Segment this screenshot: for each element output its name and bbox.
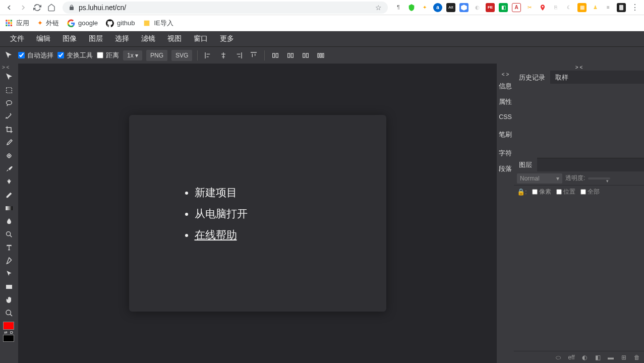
folder-icon[interactable]: ▬ bbox=[607, 353, 615, 361]
ext-icon[interactable] bbox=[407, 3, 416, 12]
open-from-computer-link[interactable]: 从电脑打开 bbox=[195, 207, 336, 221]
menu-select[interactable]: 选择 bbox=[109, 31, 135, 46]
new-project-link[interactable]: 新建项目 bbox=[195, 186, 336, 200]
marquee-tool[interactable] bbox=[2, 84, 16, 97]
delete-icon[interactable]: 🗑 bbox=[633, 353, 641, 361]
menu-layer[interactable]: 图层 bbox=[83, 31, 109, 46]
dodge-tool[interactable] bbox=[2, 228, 16, 241]
toolbox-collapse[interactable]: > < bbox=[0, 65, 18, 71]
side-tab-paragraph[interactable]: 段落 bbox=[497, 161, 514, 177]
ext-icon[interactable]: ◐ bbox=[473, 3, 482, 12]
home-button[interactable] bbox=[46, 3, 56, 13]
lock-pixel-checkbox[interactable]: 像素 bbox=[532, 188, 551, 196]
type-tool[interactable] bbox=[2, 241, 16, 254]
blur-tool[interactable] bbox=[2, 215, 16, 228]
ext-icon[interactable]: ✂ bbox=[525, 3, 534, 12]
wand-tool[interactable] bbox=[2, 110, 16, 123]
ext-icon[interactable]: ☾ bbox=[564, 3, 573, 12]
menu-button[interactable]: ⋮ bbox=[630, 3, 640, 13]
side-tab-character[interactable]: 字符 bbox=[497, 146, 514, 161]
rectangle-tool[interactable] bbox=[2, 280, 16, 293]
ext-icon[interactable] bbox=[459, 3, 469, 12]
bookmark-github[interactable]: github bbox=[106, 19, 135, 27]
zoom-tool[interactable] bbox=[2, 307, 16, 320]
ext-icon[interactable]: ▦ bbox=[577, 3, 587, 12]
online-help-link[interactable]: 在线帮助 bbox=[195, 228, 336, 242]
align-left-icon[interactable] bbox=[203, 50, 214, 61]
ext-icon[interactable] bbox=[538, 3, 547, 12]
menu-file[interactable]: 文件 bbox=[4, 31, 30, 46]
back-button[interactable] bbox=[4, 3, 14, 13]
ext-icon[interactable]: ◧ bbox=[499, 3, 508, 12]
lock-position-checkbox[interactable]: 位置 bbox=[556, 188, 575, 196]
ext-icon[interactable]: ✦ bbox=[420, 3, 429, 12]
side-tab-properties[interactable]: 属性 bbox=[497, 94, 514, 110]
hand-tool[interactable] bbox=[2, 293, 16, 307]
clone-tool[interactable] bbox=[2, 175, 16, 189]
distribute-icon[interactable] bbox=[315, 50, 326, 61]
blend-mode-select[interactable]: Normal▾ bbox=[517, 173, 562, 184]
bookmark-apps[interactable]: 应用 bbox=[5, 19, 29, 28]
align-top-icon[interactable] bbox=[248, 50, 259, 61]
menu-window[interactable]: 窗口 bbox=[188, 31, 214, 46]
ext-icon[interactable]: ≡ bbox=[604, 3, 613, 12]
gradient-tool[interactable] bbox=[2, 202, 16, 215]
opacity-input[interactable] bbox=[588, 177, 610, 179]
move-tool[interactable] bbox=[2, 71, 16, 84]
svg-button[interactable]: SVG bbox=[171, 50, 192, 61]
tab-sample[interactable]: 取样 bbox=[550, 71, 573, 84]
ext-icon[interactable]: a bbox=[433, 3, 442, 12]
side-tab-info[interactable]: 信息 bbox=[497, 79, 514, 94]
zoom-select[interactable]: 1x ▾ bbox=[123, 50, 142, 60]
ext-icon[interactable]: A bbox=[512, 3, 521, 12]
ext-icon[interactable]: FE bbox=[486, 3, 495, 12]
side-tab-css[interactable]: CSS bbox=[497, 110, 514, 124]
distribute-icon[interactable] bbox=[270, 50, 281, 61]
menu-filter[interactable]: 滤镜 bbox=[135, 31, 161, 46]
align-right-icon[interactable] bbox=[233, 50, 244, 61]
lock-all-checkbox[interactable]: 全部 bbox=[580, 188, 600, 196]
forward-button[interactable] bbox=[18, 3, 28, 13]
healing-tool[interactable] bbox=[2, 149, 16, 162]
ext-icon[interactable]: ¶ bbox=[394, 3, 403, 12]
tab-layers[interactable]: 图层 bbox=[514, 158, 537, 172]
distance-checkbox[interactable]: 距离 bbox=[97, 51, 119, 60]
path-select-tool[interactable] bbox=[2, 267, 16, 280]
color-swatches[interactable]: ⇄D bbox=[2, 322, 16, 342]
menu-view[interactable]: 视图 bbox=[161, 31, 188, 46]
tab-history[interactable]: 历史记录 bbox=[514, 71, 550, 84]
align-center-h-icon[interactable] bbox=[218, 50, 229, 61]
bookmark-google[interactable]: google bbox=[67, 19, 98, 27]
distribute-icon[interactable] bbox=[300, 50, 311, 61]
link-icon[interactable]: ⬭ bbox=[554, 353, 562, 361]
new-layer-icon[interactable]: ⊞ bbox=[620, 353, 628, 361]
menu-image[interactable]: 图像 bbox=[56, 31, 83, 46]
star-icon[interactable]: ☆ bbox=[375, 4, 382, 12]
eraser-tool[interactable] bbox=[2, 189, 16, 202]
foreground-color[interactable] bbox=[3, 322, 14, 330]
eyedropper-tool[interactable] bbox=[2, 136, 16, 149]
address-bar[interactable]: ps.luhui.net/cn/ ☆ bbox=[63, 2, 388, 14]
png-button[interactable]: PNG bbox=[146, 50, 167, 61]
pen-tool[interactable] bbox=[2, 254, 16, 267]
distribute-icon[interactable] bbox=[285, 50, 296, 61]
auto-select-checkbox[interactable]: 自动选择 bbox=[18, 51, 53, 60]
adjustment-icon[interactable]: ◧ bbox=[594, 353, 602, 361]
ext-icon[interactable]: ♟ bbox=[591, 3, 600, 12]
collapse-icon[interactable]: < > bbox=[497, 72, 514, 78]
brush-tool[interactable] bbox=[2, 162, 16, 175]
crop-tool[interactable] bbox=[2, 123, 16, 136]
ext-icon[interactable] bbox=[617, 3, 626, 12]
bookmark-external[interactable]: ✦ 外链 bbox=[37, 19, 59, 28]
ext-icon[interactable]: Alt bbox=[446, 3, 455, 12]
menu-edit[interactable]: 编辑 bbox=[30, 31, 56, 46]
collapse-icon[interactable]: > < bbox=[514, 64, 644, 71]
menu-more[interactable]: 更多 bbox=[214, 31, 240, 46]
side-tab-brush[interactable]: 笔刷 bbox=[497, 127, 514, 143]
bookmark-ie-import[interactable]: IE导入 bbox=[143, 19, 173, 28]
lasso-tool[interactable] bbox=[2, 97, 16, 110]
effects-icon[interactable]: eff bbox=[567, 353, 575, 361]
mask-icon[interactable]: ◐ bbox=[580, 353, 589, 361]
ext-icon[interactable]: ⎘ bbox=[551, 3, 560, 12]
background-color[interactable] bbox=[3, 335, 14, 342]
